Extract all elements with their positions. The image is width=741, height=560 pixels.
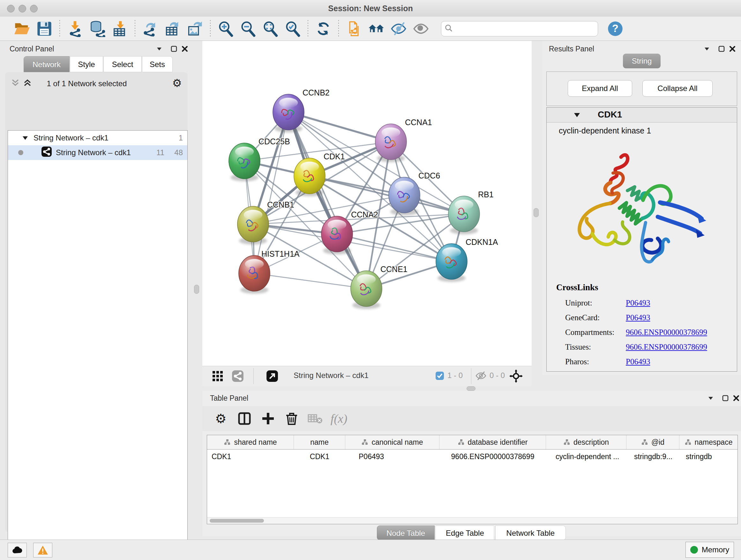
left-splitter-handle[interactable] [194, 285, 199, 294]
tab-style[interactable]: Style [70, 56, 103, 72]
network-node-CDC25B[interactable]: CDC25B [229, 137, 290, 181]
protein-entry-header[interactable]: CDK1 [547, 108, 737, 123]
tab-select[interactable]: Select [104, 56, 142, 72]
tab-node-table[interactable]: Node Table [377, 525, 434, 540]
network-node-CCNA1[interactable]: CCNA1 [375, 118, 432, 162]
network-canvas[interactable]: CCNB2CCNA1CDC25BCDK1CDC6RB1CCNB1CCNA2CDK… [202, 41, 532, 366]
col-header-canonical-name[interactable]: canonical name [345, 435, 440, 449]
control-panel-menu-icon[interactable] [154, 44, 165, 54]
tab-network-table[interactable]: Network Table [495, 525, 566, 540]
tab-sets[interactable]: Sets [142, 56, 173, 72]
control-panel-float-icon[interactable] [169, 44, 179, 54]
memory-button[interactable]: Memory [685, 542, 734, 558]
tab-edge-table[interactable]: Edge Table [436, 525, 494, 540]
col-header-description[interactable]: description [546, 435, 626, 449]
warning-status-button[interactable] [33, 543, 52, 557]
right-splitter-handle[interactable] [534, 208, 539, 217]
col-header-id[interactable]: @id [626, 435, 679, 449]
import-table-from-file-icon[interactable] [111, 20, 129, 38]
hide-graphics-details-icon[interactable] [412, 20, 430, 38]
network-node-CDKN1A[interactable]: CDKN1A [436, 238, 498, 282]
col-header-namespace[interactable]: namespace [679, 435, 738, 449]
network-view-mode-icon[interactable] [232, 370, 244, 383]
network-edge[interactable] [288, 112, 366, 289]
function-builder-icon[interactable]: f(x) [329, 410, 348, 427]
results-panel-close-icon[interactable] [727, 44, 738, 54]
import-network-from-database-icon[interactable] [88, 20, 106, 38]
create-column-icon[interactable] [259, 410, 278, 427]
collapse-all-button[interactable]: Collapse All [643, 80, 713, 97]
zoom-selected-icon[interactable] [284, 20, 301, 38]
table-horizontal-scrollbar[interactable] [207, 517, 738, 524]
crosslink-tissues[interactable]: 9606.ENSP00000378699 [626, 343, 707, 352]
scrollbar-thumb[interactable] [210, 519, 264, 523]
table-row[interactable]: CDK1 CDK1 P06493 9606.ENSP00000378699 cy… [207, 449, 738, 463]
expand-all-button[interactable]: Expand All [568, 80, 632, 97]
zoom-out-icon[interactable] [239, 20, 257, 38]
network-node-RB1[interactable]: RB1 [448, 190, 494, 234]
cell-canonical-name[interactable]: P06493 [345, 449, 440, 463]
cell-shared-name[interactable]: CDK1 [207, 449, 294, 463]
birds-eye-view-icon[interactable] [509, 369, 523, 384]
network-edge[interactable] [310, 176, 464, 214]
import-network-from-file-icon[interactable] [66, 20, 84, 38]
zoom-fit-content-icon[interactable] [261, 20, 279, 38]
control-panel-close-icon[interactable] [179, 44, 190, 54]
network-collection-row[interactable]: String Network – cdk1 1 [8, 131, 187, 145]
cell-namespace[interactable]: stringdb [679, 449, 738, 463]
network-options-gear-icon[interactable]: ⚙ [172, 77, 182, 89]
col-header-shared-name[interactable]: shared name [207, 435, 294, 449]
collection-label: String Network – cdk1 [33, 133, 109, 142]
delete-column-icon[interactable] [282, 410, 301, 427]
table-panel-menu-icon[interactable] [705, 393, 716, 403]
apply-preferred-layout-icon[interactable] [314, 20, 332, 38]
table-settings-gear-icon[interactable]: ⚙ [211, 410, 230, 427]
toolbar-separator [308, 20, 308, 37]
search-icon [445, 24, 453, 34]
network-node-CCNB2[interactable]: CCNB2 [273, 88, 330, 132]
collection-collapse-icon[interactable] [22, 133, 28, 142]
selected-checkbox-icon[interactable] [435, 371, 444, 381]
horizontal-splitter-handle[interactable] [467, 386, 475, 391]
crosslink-compartments[interactable]: 9606.ENSP00000378699 [626, 328, 707, 337]
network-node-CDC6[interactable]: CDC6 [389, 171, 440, 215]
toolbar-separator [59, 20, 60, 37]
show-columns-icon[interactable] [235, 410, 254, 427]
open-in-new-window-icon[interactable] [266, 370, 278, 383]
network-graph[interactable]: CCNB2CCNA1CDC25BCDK1CDC6RB1CCNB1CCNA2CDK… [202, 41, 532, 366]
cloud-status-button[interactable] [8, 543, 27, 557]
crosslink-pharos[interactable]: P06493 [626, 357, 650, 366]
export-image-icon[interactable] [186, 20, 204, 38]
col-header-name[interactable]: name [294, 435, 345, 449]
show-graphics-details-icon[interactable] [390, 20, 408, 38]
cell-id[interactable]: stringdb:9... [626, 449, 679, 463]
grid-view-icon[interactable] [212, 370, 223, 383]
network-node-HIST1H1A[interactable]: HIST1H1A [239, 249, 300, 294]
cell-database-identifier[interactable]: 9606.ENSP00000378699 [440, 449, 546, 463]
search-field[interactable] [441, 21, 598, 37]
network-row[interactable]: String Network – cdk1 11 48 [8, 145, 187, 160]
export-table-icon[interactable] [164, 20, 182, 38]
search-input[interactable] [456, 24, 591, 33]
cell-name[interactable]: CDK1 [294, 449, 345, 463]
welcome-screen-icon[interactable] [367, 20, 385, 38]
crosslink-genecard[interactable]: P06493 [626, 313, 650, 322]
delete-table-icon[interactable] [306, 410, 325, 427]
help-icon[interactable]: ? [606, 20, 624, 38]
results-panel-menu-icon[interactable] [701, 44, 712, 54]
crosslink-uniprot[interactable]: P06493 [626, 299, 650, 307]
tab-network[interactable]: Network [23, 56, 70, 72]
table-panel-close-icon[interactable] [731, 393, 741, 403]
results-panel-float-icon[interactable] [716, 44, 727, 54]
table-panel-float-icon[interactable] [720, 393, 731, 403]
network-edge[interactable] [254, 273, 366, 289]
entry-collapse-icon[interactable] [574, 112, 581, 119]
tab-string[interactable]: String [623, 54, 661, 68]
export-network-icon[interactable] [141, 20, 159, 38]
cell-description[interactable]: cyclin-dependent ... [546, 449, 626, 463]
col-header-database-identifier[interactable]: database identifier [440, 435, 546, 449]
zoom-in-icon[interactable] [217, 20, 234, 38]
open-session-icon[interactable] [13, 20, 31, 38]
clone-network-icon[interactable] [345, 20, 363, 38]
save-session-icon[interactable] [36, 20, 53, 38]
